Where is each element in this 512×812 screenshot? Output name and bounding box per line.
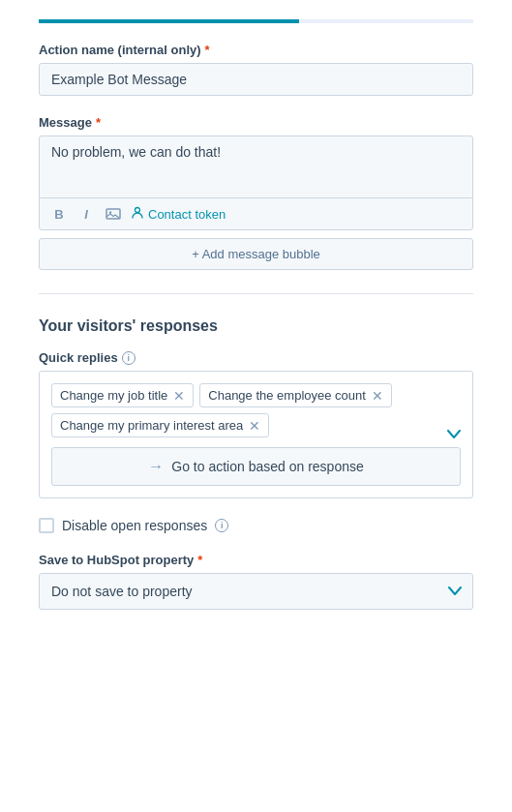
action-name-input[interactable]: [39, 63, 473, 96]
message-toolbar: B I Contact toke: [40, 197, 472, 229]
message-required: *: [96, 115, 101, 130]
section-title: Your visitors' responses: [39, 317, 473, 335]
tag-change-primary-interest: Change my primary interest area ✕: [51, 413, 269, 437]
bold-icon[interactable]: B: [49, 204, 69, 224]
save-to-property-required: *: [197, 553, 202, 567]
disable-open-responses-row: Disable open responses i: [39, 518, 473, 533]
tag-remove-change-primary-interest[interactable]: ✕: [249, 419, 260, 433]
action-name-label: Action name (internal only) *: [39, 43, 473, 57]
svg-point-2: [136, 207, 140, 212]
go-to-action-label: Go to action based on response: [171, 459, 363, 474]
action-name-label-text: Action name (internal only): [39, 43, 201, 57]
quick-replies-info-icon[interactable]: i: [122, 351, 136, 365]
progress-bar: [39, 19, 473, 23]
save-to-property-label: Save to HubSpot property *: [39, 553, 473, 567]
section-divider: [39, 293, 473, 294]
quick-replies-field-group: Quick replies i Change my job title ✕ Ch…: [39, 350, 473, 498]
tag-label: Change the employee count: [208, 388, 366, 403]
message-label: Message *: [39, 115, 473, 130]
contact-token-button[interactable]: Contact token: [131, 206, 226, 223]
go-to-action-button[interactable]: → Go to action based on response: [51, 447, 461, 486]
disable-open-responses-info-icon[interactable]: i: [215, 519, 228, 532]
save-to-property-select-wrapper: Do not save to property Contact first na…: [39, 573, 473, 610]
disable-open-responses-label: Disable open responses: [62, 518, 207, 533]
quick-replies-label-text: Quick replies: [39, 350, 118, 365]
save-to-property-section: Save to HubSpot property * Do not save t…: [39, 553, 473, 610]
tag-list: Change my job title ✕ Change the employe…: [51, 383, 461, 437]
page-container: Action name (internal only) * Message * …: [0, 0, 512, 648]
tag-label: Change my primary interest area: [60, 418, 243, 433]
save-to-property-select[interactable]: Do not save to property Contact first na…: [39, 573, 473, 610]
tag-remove-change-employee-count[interactable]: ✕: [372, 389, 383, 403]
add-message-bubble-button[interactable]: + Add message bubble: [39, 238, 473, 270]
go-to-action-arrow-icon: →: [148, 458, 164, 475]
message-label-text: Message: [39, 115, 92, 130]
action-name-required: *: [205, 43, 210, 57]
quick-replies-dropdown-arrow[interactable]: [447, 426, 461, 443]
tag-change-employee-count: Change the employee count ✕: [199, 383, 392, 407]
tag-remove-change-job-title[interactable]: ✕: [173, 389, 185, 403]
italic-icon[interactable]: I: [76, 204, 96, 224]
image-icon[interactable]: [104, 204, 123, 224]
disable-open-responses-checkbox[interactable]: [39, 518, 54, 533]
quick-replies-label: Quick replies i: [39, 350, 473, 365]
tag-change-job-title: Change my job title ✕: [51, 383, 194, 407]
visitors-responses-section: Your visitors' responses Quick replies i…: [39, 317, 473, 533]
save-to-property-label-text: Save to HubSpot property: [39, 553, 194, 567]
contact-token-label: Contact token: [148, 207, 226, 222]
action-name-field-group: Action name (internal only) *: [39, 43, 473, 96]
message-textarea[interactable]: No problem, we can do that!: [40, 136, 472, 195]
progress-bar-fill: [39, 19, 299, 23]
person-icon: [131, 206, 144, 223]
message-area: No problem, we can do that! B I: [39, 135, 473, 230]
tag-label: Change my job title: [60, 388, 167, 403]
quick-replies-container: Change my job title ✕ Change the employe…: [39, 371, 473, 498]
message-field-group: Message * No problem, we can do that! B …: [39, 115, 473, 270]
